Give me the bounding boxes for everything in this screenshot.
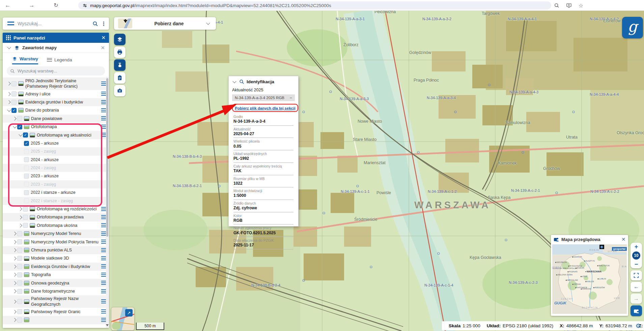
layer-tree-row[interactable]: Dane powiatowe xyxy=(3,115,109,123)
layer-tree-row[interactable]: Ewidencja gruntów i budynków xyxy=(3,98,109,106)
expand-chevron[interactable] xyxy=(12,116,17,121)
download-data-dropdown[interactable]: Pobierz dane xyxy=(114,17,216,30)
layer-checkbox[interactable] xyxy=(11,81,17,86)
expand-chevron[interactable] xyxy=(12,318,17,322)
panel-close-icon[interactable]: ✕ xyxy=(101,35,106,41)
expand-chevron[interactable] xyxy=(12,289,17,294)
layer-checkbox[interactable]: ✓ xyxy=(17,124,22,129)
layer-checkbox[interactable] xyxy=(24,149,29,154)
layer-checkbox[interactable] xyxy=(17,256,22,261)
next-view-button[interactable]: → xyxy=(631,294,642,304)
bookmark-star-icon[interactable]: ☆ xyxy=(577,2,585,9)
layer-checkbox[interactable] xyxy=(17,116,22,121)
browser-back-icon[interactable]: ← xyxy=(4,2,11,9)
layer-tree-row[interactable]: Numeryczny Model Pokrycia Terenu xyxy=(3,238,109,246)
expand-chevron[interactable] xyxy=(18,215,23,220)
layer-checkbox[interactable] xyxy=(11,100,17,105)
layer-tree-row[interactable]: 2024 - zasięg xyxy=(3,164,109,172)
layer-tree-row[interactable]: Adresy i ulice xyxy=(3,90,109,98)
layer-search-input[interactable]: Wyszukaj warstwę... xyxy=(7,66,105,76)
download-section-link[interactable]: Pobierz plik danych dla tej sekcji xyxy=(235,106,296,110)
expand-chevron[interactable] xyxy=(7,108,11,113)
address-bar[interactable]: mapy.geoportal.gov.pl/imapnext/imap/inde… xyxy=(78,1,551,9)
panel-scrollbar[interactable] xyxy=(106,77,109,328)
layers-tool-button[interactable] xyxy=(114,34,125,45)
chevron-down-icon[interactable] xyxy=(206,21,211,26)
menu-icon[interactable] xyxy=(7,22,14,26)
tab-legenda[interactable]: Legenda xyxy=(47,57,72,64)
basemap-switcher[interactable]: ↗ xyxy=(111,307,134,330)
layer-tree-row[interactable]: Modele siatkowe 3D xyxy=(3,254,109,262)
identify-tool-button[interactable] xyxy=(114,59,125,71)
layer-tree-row[interactable]: 2022 i starsze - zasięg xyxy=(3,197,109,205)
browser-forward-icon[interactable]: → xyxy=(28,2,35,9)
layer-tree-row[interactable]: Dane fotogrametryczne xyxy=(3,287,109,295)
previous-view-button[interactable]: ← xyxy=(631,282,642,292)
layer-tree-row[interactable]: Państwowy Rejestr Granic xyxy=(3,308,109,316)
expand-chevron[interactable] xyxy=(7,92,11,96)
layer-checkbox[interactable]: ✓ xyxy=(24,141,29,146)
layer-checkbox[interactable]: ✓ xyxy=(23,132,28,138)
overview-map[interactable]: GDAŃSKOLSZTYNSZCZECINBIAŁYSTOKBYDGOSZCZT… xyxy=(552,244,627,314)
expand-chevron[interactable] xyxy=(12,256,17,261)
layer-checkbox[interactable] xyxy=(17,318,22,323)
expand-chevron[interactable] xyxy=(12,124,17,129)
overview-map-toggle-button[interactable] xyxy=(631,305,642,316)
section-close-icon[interactable]: ✕ xyxy=(101,45,105,51)
layer-checkbox[interactable] xyxy=(24,174,29,179)
zoom-in-button[interactable]: + xyxy=(635,244,638,250)
layer-tree-row[interactable]: Numeryczny Model Terenu xyxy=(3,230,109,238)
popup-item-bar[interactable]: N-34-139-A-a-3-4 2025 RGB − xyxy=(232,94,295,101)
expand-chevron[interactable] xyxy=(12,299,17,304)
scrollbar-down-arrow[interactable] xyxy=(106,324,109,328)
expand-chevron[interactable] xyxy=(18,133,23,138)
full-extent-button[interactable] xyxy=(631,270,642,280)
expand-chevron[interactable] xyxy=(7,100,11,104)
install-app-icon[interactable] xyxy=(565,2,572,9)
browser-reload-icon[interactable]: ↻ xyxy=(52,2,60,9)
more-options-icon[interactable]: ⋮ xyxy=(101,21,106,27)
layer-checkbox[interactable] xyxy=(17,299,22,304)
layer-tree-row[interactable]: 2024 - arkusze xyxy=(3,156,109,164)
geoportal-logo[interactable]: g xyxy=(622,17,643,38)
layer-checkbox[interactable] xyxy=(24,157,29,162)
expand-chevron[interactable] xyxy=(12,309,17,314)
layer-tree-row[interactable]: ✓Ortofotomapa xyxy=(3,123,109,131)
gear-icon[interactable]: ⚙ xyxy=(636,322,641,330)
expand-chevron[interactable] xyxy=(12,248,17,252)
zoom-page-icon[interactable] xyxy=(553,2,560,9)
layer-tree-row[interactable]: Osnowa geodezyjna xyxy=(3,279,109,287)
layer-tree-row[interactable]: Państwowy Rejestr Nazw Geograficznych xyxy=(3,295,109,308)
expand-chevron[interactable] xyxy=(18,207,23,211)
collapse-section-button[interactable]: − xyxy=(289,95,292,100)
layer-tree-row[interactable]: Ortofotomapa ukośna xyxy=(3,221,109,230)
layer-tree-row[interactable]: PRG Jednostki Terytorialne (Państwowy Re… xyxy=(3,78,109,90)
layer-checkbox[interactable] xyxy=(17,309,22,314)
layer-tree-row[interactable]: Topografia xyxy=(3,271,109,279)
expand-chevron[interactable] xyxy=(18,223,23,228)
layer-checkbox[interactable] xyxy=(17,264,22,269)
expand-chevron[interactable] xyxy=(12,231,17,236)
expand-chevron[interactable] xyxy=(7,81,11,86)
layer-checkbox[interactable] xyxy=(11,91,17,96)
print-tool-button[interactable] xyxy=(114,47,125,58)
layer-tree-row[interactable]: Ewidencja Gruntów i Budynków xyxy=(3,263,109,271)
scrollbar-thumb[interactable] xyxy=(106,78,108,237)
layer-tree-row[interactable]: 2025 - zasięg xyxy=(3,147,109,155)
layer-tree-row[interactable]: Ortofotomapa wg rozdzielczości xyxy=(3,205,109,213)
layer-checkbox[interactable] xyxy=(17,248,22,253)
zoom-out-button[interactable]: − xyxy=(635,261,638,267)
map-content-section[interactable]: Zawartość mapy ✕ xyxy=(3,43,109,53)
tab-warstwy[interactable]: Warstwy xyxy=(12,56,38,64)
expand-chevron[interactable] xyxy=(12,264,17,269)
chevron-down-icon[interactable] xyxy=(7,46,11,50)
expand-basemap-icon[interactable]: ↗ xyxy=(125,309,133,317)
search-icon[interactable] xyxy=(92,21,98,27)
layer-checkbox[interactable] xyxy=(24,198,29,203)
layer-tree-row[interactable]: ✓Dane do pobrania xyxy=(3,106,109,114)
layer-checkbox[interactable] xyxy=(23,223,28,228)
layer-checkbox[interactable] xyxy=(24,166,29,171)
site-settings-icon[interactable] xyxy=(82,3,87,8)
search-input[interactable]: Wyszukaj... xyxy=(18,21,92,26)
map-search-bar[interactable]: Wyszukaj... ⋮ xyxy=(3,18,109,30)
